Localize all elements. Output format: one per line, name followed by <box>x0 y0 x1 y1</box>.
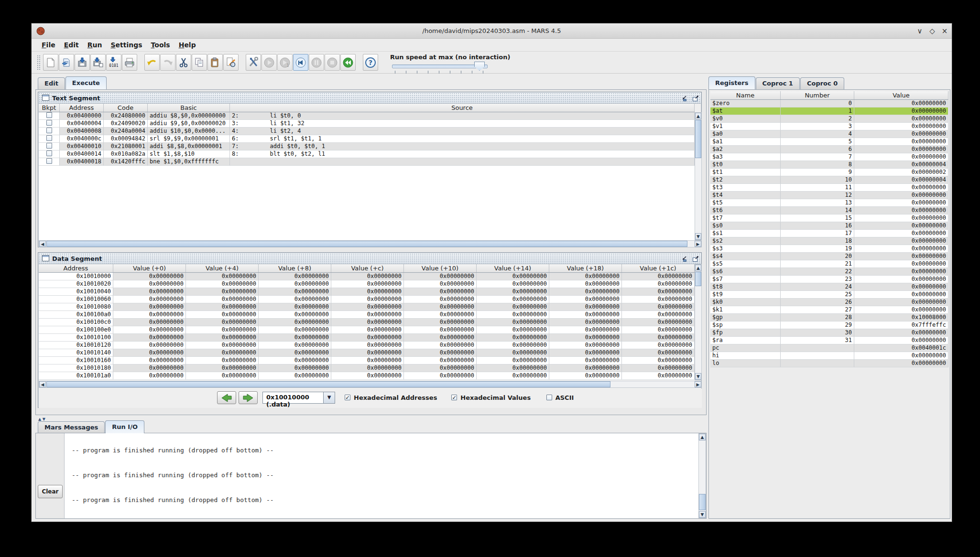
copy-button[interactable] <box>192 54 207 71</box>
value-cell[interactable]: 0x00000000 <box>113 372 186 380</box>
backstep-button[interactable] <box>293 54 308 71</box>
value-cell[interactable]: 0x00000000 <box>404 280 477 288</box>
register-value[interactable]: 0x00000000 <box>854 329 948 337</box>
value-cell[interactable]: 0x00000000 <box>477 372 549 380</box>
value-cell[interactable]: 0x00000000 <box>186 280 259 288</box>
register-value[interactable]: 0x10008000 <box>854 314 948 321</box>
value-cell[interactable]: 0x00000000 <box>259 364 331 372</box>
value-cell[interactable]: 0x00000000 <box>259 288 331 296</box>
value-cell[interactable]: 0x00000000 <box>477 342 549 349</box>
scroll-right-icon[interactable]: ▶ <box>695 241 701 247</box>
value-cell[interactable]: 0x00000000 <box>477 349 549 357</box>
run-io-output[interactable]: -- program is finished running (dropped … <box>65 433 699 518</box>
value-cell[interactable]: 0x00000000 <box>331 349 404 357</box>
register-value[interactable]: 0x00000000 <box>854 230 948 237</box>
value-cell[interactable]: 0x00000000 <box>622 357 695 364</box>
breakpoint-checkbox[interactable] <box>46 112 52 118</box>
value-cell[interactable]: 0x00000000 <box>259 349 331 357</box>
value-cell[interactable]: 0x00000000 <box>186 334 259 342</box>
scroll-up-icon[interactable]: ▲ <box>695 113 701 119</box>
redo-button[interactable] <box>160 54 175 71</box>
register-value[interactable]: 0x00000004 <box>854 176 948 184</box>
value-cell[interactable]: 0x00000000 <box>404 349 477 357</box>
text-segment-hscrollbar[interactable]: ◀ ▶ <box>39 240 702 247</box>
value-cell[interactable]: 0x00000000 <box>549 296 622 303</box>
close-button[interactable]: × <box>939 25 950 37</box>
value-cell[interactable]: 0x00000000 <box>259 342 331 349</box>
value-cell[interactable]: 0x00000000 <box>477 319 549 326</box>
column-header-value-8-[interactable]: Value (+8) <box>259 264 331 272</box>
scroll-down-icon[interactable]: ▼ <box>699 511 706 518</box>
value-cell[interactable]: 0x00000000 <box>404 303 477 311</box>
value-cell[interactable]: 0x00000000 <box>113 357 186 364</box>
value-cell[interactable]: 0x00000000 <box>549 280 622 288</box>
value-cell[interactable]: 0x00000000 <box>259 319 331 326</box>
value-cell[interactable]: 0x00000000 <box>622 334 695 342</box>
value-cell[interactable]: 0x00000000 <box>622 296 695 303</box>
save-as-button[interactable] <box>90 54 106 71</box>
value-cell[interactable]: 0x00000000 <box>331 372 404 380</box>
reset-button[interactable] <box>340 54 356 71</box>
value-cell[interactable]: 0x00000000 <box>259 334 331 342</box>
column-header-address[interactable]: Address <box>60 104 104 112</box>
chevron-down-icon[interactable]: ▼ <box>323 392 335 403</box>
column-header-value[interactable]: Value <box>854 91 948 99</box>
prev-range-button[interactable] <box>217 391 236 404</box>
value-cell[interactable]: 0x00000000 <box>549 303 622 311</box>
value-cell[interactable]: 0x00000000 <box>113 311 186 319</box>
step-button[interactable]: 1 <box>277 54 293 71</box>
value-cell[interactable]: 0x00000000 <box>186 326 259 334</box>
value-cell[interactable]: 0x00000000 <box>259 357 331 364</box>
register-value[interactable]: 0x00000000 <box>854 291 948 299</box>
value-cell[interactable]: 0x00000000 <box>477 296 549 303</box>
value-cell[interactable]: 0x00000000 <box>113 303 186 311</box>
new-button[interactable] <box>43 54 58 71</box>
register-value[interactable]: 0x00000000 <box>854 146 948 153</box>
value-cell[interactable]: 0x00000000 <box>113 273 186 280</box>
scroll-up-icon[interactable]: ▲ <box>695 265 701 271</box>
value-cell[interactable]: 0x00000000 <box>186 319 259 326</box>
register-value[interactable]: 0x7fffeffc <box>854 321 948 329</box>
value-cell[interactable]: 0x00000000 <box>622 342 695 349</box>
column-header-value-18-[interactable]: Value (+18) <box>549 264 622 272</box>
column-header-value-1c-[interactable]: Value (+1c) <box>622 264 695 272</box>
value-cell[interactable]: 0x00000000 <box>186 357 259 364</box>
value-cell[interactable]: 0x00000000 <box>331 311 404 319</box>
value-cell[interactable]: 0x00000000 <box>549 372 622 380</box>
paste-button[interactable] <box>207 54 223 71</box>
register-value[interactable]: 0x00000000 <box>854 352 948 360</box>
register-value[interactable]: 0x00000000 <box>854 214 948 222</box>
value-cell[interactable]: 0x00000000 <box>113 296 186 303</box>
column-header-source[interactable]: Source <box>230 104 695 112</box>
register-value[interactable]: 0x00000000 <box>854 268 948 276</box>
value-cell[interactable]: 0x00000000 <box>404 288 477 296</box>
base-address-combobox[interactable]: 0x10010000 (.data) ▼ <box>262 392 335 404</box>
data-segment-hthumb[interactable] <box>46 381 610 387</box>
menu-tools[interactable]: Tools <box>147 39 174 51</box>
value-cell[interactable]: 0x00000000 <box>622 288 695 296</box>
stop-button[interactable] <box>325 54 340 71</box>
value-cell[interactable]: 0x00000000 <box>259 372 331 380</box>
value-cell[interactable]: 0x00000000 <box>331 357 404 364</box>
value-cell[interactable]: 0x00000000 <box>331 296 404 303</box>
value-cell[interactable]: 0x00000000 <box>622 364 695 372</box>
value-cell[interactable]: 0x00000000 <box>186 303 259 311</box>
value-cell[interactable]: 0x00000000 <box>622 326 695 334</box>
value-cell[interactable]: 0x00000000 <box>259 273 331 280</box>
run-speed-slider-thumb[interactable] <box>474 62 485 71</box>
register-value[interactable]: 0x00000000 <box>854 153 948 161</box>
value-cell[interactable]: 0x00000000 <box>331 334 404 342</box>
checkbox-ascii[interactable] <box>546 395 552 400</box>
register-value[interactable]: 0x00000000 <box>854 199 948 207</box>
value-cell[interactable]: 0x00000000 <box>331 319 404 326</box>
checkbox-hexadecimal-values[interactable]: ✓ <box>451 395 457 400</box>
frame-maximize-icon[interactable] <box>692 256 699 262</box>
value-cell[interactable]: 0x00000000 <box>113 326 186 334</box>
value-cell[interactable]: 0x00000000 <box>477 311 549 319</box>
value-cell[interactable]: 0x00000000 <box>549 288 622 296</box>
register-value[interactable]: 0x0040001c <box>854 344 948 352</box>
value-cell[interactable]: 0x00000000 <box>477 326 549 334</box>
value-cell[interactable]: 0x00000000 <box>622 372 695 380</box>
value-cell[interactable]: 0x00000000 <box>404 326 477 334</box>
value-cell[interactable]: 0x00000000 <box>622 349 695 357</box>
